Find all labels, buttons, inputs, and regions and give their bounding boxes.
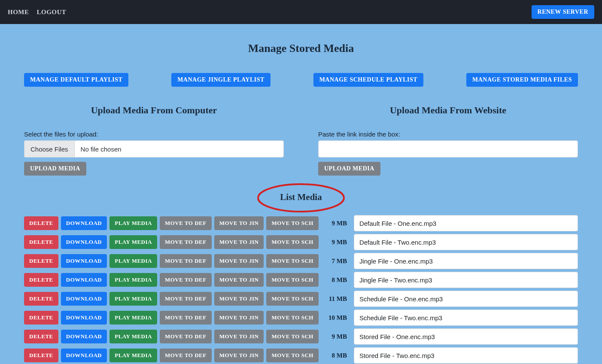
play-media-button[interactable]: PLAY MEDIA xyxy=(109,235,157,249)
download-button[interactable]: DOWNLOAD xyxy=(61,292,107,306)
move-to-jin-button[interactable]: MOVE TO JIN xyxy=(214,216,264,230)
file-name: Schedule File - One.enc.mp3 xyxy=(354,291,578,307)
delete-button[interactable]: DELETE xyxy=(24,254,58,268)
upload-media-computer-button[interactable]: UPLOAD MEDIA xyxy=(24,162,86,176)
page-title: Manage Stored Media xyxy=(24,42,578,55)
file-size: 9 MB xyxy=(323,220,347,227)
move-to-sch-button[interactable]: MOVE TO SCH xyxy=(266,254,318,268)
table-row: DELETEDOWNLOADPLAY MEDIAMOVE TO DEFMOVE … xyxy=(24,309,578,326)
table-row: DELETEDOWNLOADPLAY MEDIAMOVE TO DEFMOVE … xyxy=(24,347,578,364)
move-to-def-button[interactable]: MOVE TO DEF xyxy=(160,292,212,306)
upload-from-computer: Upload Media From Computer Select the fi… xyxy=(24,105,284,176)
file-size: 7 MB xyxy=(323,258,347,265)
renew-server-button[interactable]: RENEW SERVER xyxy=(532,5,594,19)
list-media-title: List Media xyxy=(280,192,322,203)
tab-manage-schedule-playlist[interactable]: MANAGE SCHEDULE PLAYLIST xyxy=(313,73,424,87)
play-media-button[interactable]: PLAY MEDIA xyxy=(109,216,157,230)
play-media-button[interactable]: PLAY MEDIA xyxy=(109,349,157,362)
delete-button[interactable]: DELETE xyxy=(24,311,58,325)
file-name: Jingle File - One.enc.mp3 xyxy=(354,253,578,269)
download-button[interactable]: DOWNLOAD xyxy=(61,216,107,230)
file-name: Stored File - One.enc.mp3 xyxy=(354,328,578,345)
download-button[interactable]: DOWNLOAD xyxy=(61,235,107,249)
move-to-def-button[interactable]: MOVE TO DEF xyxy=(160,349,212,362)
delete-button[interactable]: DELETE xyxy=(24,235,58,249)
table-row: DELETEDOWNLOADPLAY MEDIAMOVE TO DEFMOVE … xyxy=(24,253,578,269)
move-to-def-button[interactable]: MOVE TO DEF xyxy=(160,330,212,343)
download-button[interactable]: DOWNLOAD xyxy=(61,349,107,362)
file-input[interactable]: Choose Files No file chosen xyxy=(24,140,284,158)
file-size: 8 MB xyxy=(323,276,347,284)
play-media-button[interactable]: PLAY MEDIA xyxy=(109,330,157,343)
download-button[interactable]: DOWNLOAD xyxy=(61,311,107,325)
move-to-sch-button[interactable]: MOVE TO SCH xyxy=(266,311,318,325)
delete-button[interactable]: DELETE xyxy=(24,292,58,306)
move-to-jin-button[interactable]: MOVE TO JIN xyxy=(214,254,264,268)
upload-website-title: Upload Media From Website xyxy=(318,105,578,116)
file-name: Default File - Two.enc.mp3 xyxy=(354,234,578,250)
upload-website-label: Paste the link inside the box: xyxy=(318,130,578,138)
tab-manage-default-playlist[interactable]: MANAGE DEFAULT PLAYLIST xyxy=(24,73,128,87)
table-row: DELETEDOWNLOADPLAY MEDIAMOVE TO DEFMOVE … xyxy=(24,234,578,250)
page-body: Manage Stored Media MANAGE DEFAULT PLAYL… xyxy=(0,24,602,364)
chosen-file-text: No file chosen xyxy=(75,146,128,153)
file-size: 11 MB xyxy=(323,295,347,303)
download-button[interactable]: DOWNLOAD xyxy=(61,254,107,268)
upload-media-website-button[interactable]: UPLOAD MEDIA xyxy=(318,162,380,176)
table-row: DELETEDOWNLOADPLAY MEDIAMOVE TO DEFMOVE … xyxy=(24,291,578,307)
tab-manage-stored-media-files[interactable]: MANAGE STORED MEDIA FILES xyxy=(466,73,578,87)
upload-computer-title: Upload Media From Computer xyxy=(24,105,284,116)
move-to-jin-button[interactable]: MOVE TO JIN xyxy=(214,330,264,343)
play-media-button[interactable]: PLAY MEDIA xyxy=(109,273,157,287)
move-to-jin-button[interactable]: MOVE TO JIN xyxy=(214,349,264,362)
file-name: Stored File - Two.enc.mp3 xyxy=(354,347,578,364)
move-to-jin-button[interactable]: MOVE TO JIN xyxy=(214,292,264,306)
move-to-sch-button[interactable]: MOVE TO SCH xyxy=(266,330,318,343)
move-to-jin-button[interactable]: MOVE TO JIN xyxy=(214,235,264,249)
move-to-jin-button[interactable]: MOVE TO JIN xyxy=(214,311,264,325)
nav-home-link[interactable]: HOME xyxy=(8,9,29,15)
delete-button[interactable]: DELETE xyxy=(24,273,58,287)
top-header: HOME LOGOUT RENEW SERVER xyxy=(0,0,602,24)
move-to-sch-button[interactable]: MOVE TO SCH xyxy=(266,273,318,287)
move-to-jin-button[interactable]: MOVE TO JIN xyxy=(214,273,264,287)
media-list: DELETEDOWNLOADPLAY MEDIAMOVE TO DEFMOVE … xyxy=(24,215,578,364)
table-row: DELETEDOWNLOADPLAY MEDIAMOVE TO DEFMOVE … xyxy=(24,328,578,345)
download-button[interactable]: DOWNLOAD xyxy=(61,330,107,343)
delete-button[interactable]: DELETE xyxy=(24,216,58,230)
tabs: MANAGE DEFAULT PLAYLIST MANAGE JINGLE PL… xyxy=(24,73,578,87)
upload-computer-label: Select the files for upload: xyxy=(24,130,284,138)
download-button[interactable]: DOWNLOAD xyxy=(61,273,107,287)
file-name: Jingle File - Two.enc.mp3 xyxy=(354,272,578,288)
tab-manage-jingle-playlist[interactable]: MANAGE JINGLE PLAYLIST xyxy=(171,73,271,87)
nav-logout-link[interactable]: LOGOUT xyxy=(37,9,67,15)
move-to-sch-button[interactable]: MOVE TO SCH xyxy=(266,292,318,306)
table-row: DELETEDOWNLOADPLAY MEDIAMOVE TO DEFMOVE … xyxy=(24,215,578,231)
file-size: 8 MB xyxy=(323,352,347,359)
play-media-button[interactable]: PLAY MEDIA xyxy=(109,311,157,325)
move-to-sch-button[interactable]: MOVE TO SCH xyxy=(266,349,318,362)
play-media-button[interactable]: PLAY MEDIA xyxy=(109,254,157,268)
move-to-def-button[interactable]: MOVE TO DEF xyxy=(160,311,212,325)
file-name: Schedule File - Two.enc.mp3 xyxy=(354,309,578,326)
move-to-def-button[interactable]: MOVE TO DEF xyxy=(160,235,212,249)
list-media-heading: List Media xyxy=(24,180,578,214)
file-name: Default File - One.enc.mp3 xyxy=(354,215,578,231)
upload-row: Upload Media From Computer Select the fi… xyxy=(24,105,578,176)
play-media-button[interactable]: PLAY MEDIA xyxy=(109,292,157,306)
file-size: 10 MB xyxy=(323,314,347,322)
move-to-sch-button[interactable]: MOVE TO SCH xyxy=(266,216,318,230)
file-size: 9 MB xyxy=(323,333,347,340)
top-nav: HOME LOGOUT xyxy=(8,8,72,16)
move-to-sch-button[interactable]: MOVE TO SCH xyxy=(266,235,318,249)
upload-from-website: Upload Media From Website Paste the link… xyxy=(318,105,578,176)
move-to-def-button[interactable]: MOVE TO DEF xyxy=(160,254,212,268)
delete-button[interactable]: DELETE xyxy=(24,349,58,362)
move-to-def-button[interactable]: MOVE TO DEF xyxy=(160,273,212,287)
choose-files-button[interactable]: Choose Files xyxy=(24,141,75,157)
table-row: DELETEDOWNLOADPLAY MEDIAMOVE TO DEFMOVE … xyxy=(24,272,578,288)
website-link-input[interactable] xyxy=(318,140,578,158)
file-size: 9 MB xyxy=(323,239,347,246)
delete-button[interactable]: DELETE xyxy=(24,330,58,343)
move-to-def-button[interactable]: MOVE TO DEF xyxy=(160,216,212,230)
